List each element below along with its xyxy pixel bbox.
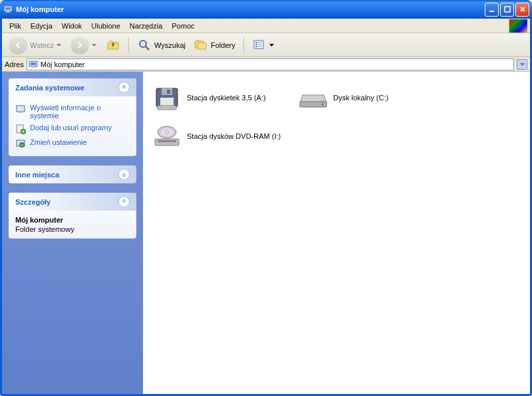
optical-icon bbox=[152, 123, 182, 149]
toolbar-separator bbox=[128, 37, 129, 53]
menubar: Plik Edycja Widok Ulubione Narzędzia Pom… bbox=[2, 19, 530, 33]
menu-tools[interactable]: Narzędzia bbox=[125, 20, 168, 32]
task-label: Dodaj lub usuń programy bbox=[30, 124, 112, 132]
content-area: Stacja dyskietek 3,5 (A:) Dysk lokalny (… bbox=[143, 72, 530, 394]
system-tasks-pane: Zadania systemowe Wyświetl informacje o … bbox=[9, 78, 136, 156]
svg-rect-3 bbox=[489, 11, 494, 12]
my-computer-icon bbox=[3, 4, 13, 15]
menu-edit[interactable]: Edycja bbox=[26, 20, 57, 32]
task-label: Wyświetl informacje o systemie bbox=[30, 104, 130, 120]
svg-rect-8 bbox=[255, 44, 257, 45]
window-title: Mój komputer bbox=[16, 5, 485, 13]
forward-dropdown[interactable] bbox=[92, 38, 98, 52]
add-remove-icon bbox=[15, 124, 26, 134]
details-body: Mój komputer Folder systemowy bbox=[9, 211, 136, 239]
drive-dvd-ram[interactable]: Stacja dysków DVD-RAM (I:) bbox=[150, 117, 296, 155]
back-dropdown[interactable] bbox=[57, 38, 63, 52]
collapse-icon bbox=[118, 196, 130, 207]
forward-button[interactable] bbox=[68, 35, 100, 56]
search-label: Wyszukaj bbox=[154, 41, 186, 49]
close-button[interactable] bbox=[515, 3, 529, 17]
toolbar: Wstecz Wyszukaj Foldery bbox=[2, 33, 530, 57]
address-bar: Adres Mój komputer bbox=[2, 57, 530, 72]
svg-rect-24 bbox=[167, 90, 170, 94]
svg-rect-17 bbox=[19, 112, 23, 113]
pane-title: Inne miejsca bbox=[15, 171, 59, 179]
floppy-icon bbox=[152, 84, 182, 111]
drive-label: Stacja dyskietek 3,5 (A:) bbox=[187, 94, 266, 102]
task-system-info[interactable]: Wyświetl informacje o systemie bbox=[15, 102, 130, 122]
expand-icon bbox=[118, 169, 130, 180]
svg-rect-2 bbox=[6, 11, 10, 13]
svg-rect-26 bbox=[158, 106, 176, 110]
svg-point-30 bbox=[165, 131, 169, 134]
tasks-sidebar: Zadania systemowe Wyświetl informacje o … bbox=[2, 72, 143, 394]
toolbar-separator bbox=[243, 37, 244, 53]
address-dropdown[interactable] bbox=[517, 59, 527, 70]
address-field[interactable]: Mój komputer bbox=[27, 58, 514, 70]
details-header[interactable]: Szczegóły bbox=[9, 193, 136, 211]
windows-flag-icon bbox=[509, 19, 527, 33]
svg-rect-9 bbox=[255, 46, 257, 47]
svg-point-21 bbox=[19, 142, 25, 148]
task-change-setting[interactable]: Zmień ustawienie bbox=[15, 136, 130, 151]
task-add-remove[interactable]: Dodaj lub usuń programy bbox=[15, 122, 130, 136]
back-button[interactable]: Wstecz bbox=[6, 35, 65, 56]
drive-local-c[interactable]: Dysk lokalny (C:) bbox=[296, 78, 442, 117]
views-icon bbox=[252, 38, 267, 52]
svg-rect-1 bbox=[5, 7, 11, 10]
address-value: Mój komputer bbox=[41, 60, 85, 68]
details-pane: Szczegóły Mój komputer Folder systemowy bbox=[9, 193, 136, 239]
folders-label: Foldery bbox=[211, 41, 235, 49]
up-button[interactable] bbox=[103, 37, 123, 54]
svg-rect-10 bbox=[258, 42, 262, 43]
back-label: Wstecz bbox=[30, 41, 54, 49]
details-name: Mój komputer bbox=[15, 216, 130, 224]
main-area: Zadania systemowe Wyświetl informacje o … bbox=[2, 72, 530, 394]
svg-rect-16 bbox=[17, 106, 25, 112]
folders-button[interactable]: Foldery bbox=[191, 37, 238, 54]
search-button[interactable]: Wyszukaj bbox=[134, 37, 188, 54]
svg-rect-7 bbox=[255, 42, 257, 43]
svg-rect-25 bbox=[160, 98, 174, 106]
folders-icon bbox=[194, 38, 208, 52]
settings-icon bbox=[15, 138, 26, 149]
details-type: Folder systemowy bbox=[15, 225, 130, 233]
pane-title: Zadania systemowe bbox=[15, 84, 84, 92]
svg-rect-4 bbox=[505, 7, 510, 12]
svg-point-28 bbox=[322, 104, 324, 106]
my-computer-icon bbox=[29, 60, 38, 69]
views-button[interactable] bbox=[249, 37, 278, 54]
other-places-header[interactable]: Inne miejsca bbox=[9, 165, 136, 183]
minimize-button[interactable] bbox=[485, 3, 499, 17]
menu-favorites[interactable]: Ulubione bbox=[86, 20, 124, 32]
drive-label: Stacja dysków DVD-RAM (I:) bbox=[187, 132, 281, 140]
maximize-button[interactable] bbox=[500, 3, 514, 17]
menu-help[interactable]: Pomoc bbox=[167, 20, 199, 32]
views-dropdown[interactable] bbox=[269, 38, 275, 52]
other-places-pane: Inne miejsca bbox=[9, 165, 136, 183]
svg-rect-32 bbox=[158, 140, 176, 142]
collapse-icon bbox=[118, 82, 130, 93]
system-tasks-body: Wyświetl informacje o systemie Dodaj lub… bbox=[9, 96, 136, 156]
forward-icon bbox=[70, 36, 89, 54]
svg-rect-14 bbox=[31, 62, 36, 65]
titlebar: Mój komputer bbox=[0, 0, 532, 19]
hdd-icon bbox=[299, 84, 328, 111]
info-icon bbox=[15, 104, 26, 114]
drive-floppy[interactable]: Stacja dyskietek 3,5 (A:) bbox=[150, 78, 296, 117]
address-label: Adres bbox=[5, 60, 24, 68]
svg-rect-12 bbox=[258, 46, 262, 47]
task-label: Zmień ustawienie bbox=[30, 138, 87, 146]
folder-up-icon bbox=[106, 38, 120, 52]
menu-file[interactable]: Plik bbox=[5, 20, 26, 32]
pane-title: Szczegóły bbox=[15, 198, 51, 206]
search-icon bbox=[137, 38, 152, 52]
svg-point-5 bbox=[140, 41, 146, 47]
svg-rect-11 bbox=[258, 44, 262, 45]
menu-view[interactable]: Widok bbox=[57, 20, 87, 32]
drive-label: Dysk lokalny (C:) bbox=[333, 94, 388, 102]
svg-rect-15 bbox=[31, 66, 35, 68]
window-buttons bbox=[485, 3, 529, 17]
system-tasks-header[interactable]: Zadania systemowe bbox=[9, 78, 136, 96]
